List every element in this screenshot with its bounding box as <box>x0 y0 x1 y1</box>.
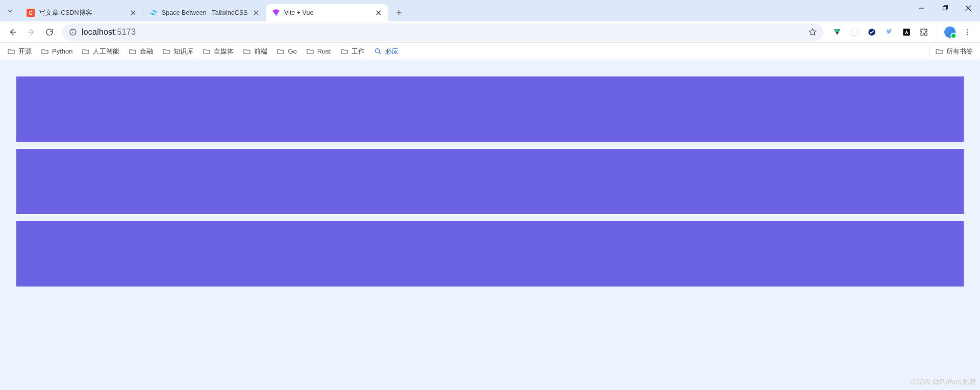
bookmark-label: Go <box>288 47 296 55</box>
folder-icon <box>41 47 49 56</box>
folder-icon <box>7 47 15 56</box>
bookmark-label: 工作 <box>351 47 365 56</box>
browser-tab-active[interactable]: Vite + Vue <box>266 4 388 21</box>
kebab-icon <box>963 28 971 36</box>
star-icon <box>808 28 817 37</box>
bookmark-folder[interactable]: 工作 <box>340 47 365 56</box>
bookmark-label: 知识库 <box>173 47 193 56</box>
folder-icon <box>162 47 170 56</box>
folder-icon <box>340 47 348 56</box>
extension-generic-icon[interactable] <box>849 27 860 38</box>
browser-menu-button[interactable] <box>962 27 973 38</box>
tailwind-favicon-icon <box>149 9 158 17</box>
tab-search-button[interactable] <box>3 4 17 18</box>
toolbar-separator <box>937 27 937 37</box>
csdn-favicon-icon: C <box>27 9 35 17</box>
bookmark-folder[interactable]: 知识库 <box>162 47 193 56</box>
content-block <box>16 76 964 142</box>
vite-favicon-icon <box>272 9 280 17</box>
bookmark-label: 人工智能 <box>93 47 119 56</box>
svg-rect-5 <box>903 29 910 36</box>
bookmark-folder[interactable]: 前端 <box>243 47 267 56</box>
bookmarks-separator <box>929 46 930 57</box>
bookmark-label: Rust <box>317 47 331 55</box>
close-icon <box>965 5 971 11</box>
extension-bird-icon[interactable] <box>884 27 895 38</box>
close-icon <box>376 10 381 15</box>
browser-tab[interactable]: C 写文章-CSDN博客 <box>20 4 143 21</box>
close-window-button[interactable] <box>957 0 980 16</box>
bookmark-folder[interactable]: 自媒体 <box>203 47 234 56</box>
bookmark-folder[interactable]: 人工智能 <box>82 47 119 56</box>
minimize-icon <box>918 5 924 11</box>
bookmark-folder[interactable]: 金融 <box>129 47 153 56</box>
plus-icon <box>395 9 403 16</box>
address-bar[interactable]: localhost:5173 <box>62 23 823 41</box>
url-text: localhost:5173 <box>82 28 807 37</box>
new-tab-button[interactable] <box>391 5 407 20</box>
restore-icon <box>942 5 948 11</box>
tab-title: Space Between - TailwindCSS <box>162 9 252 16</box>
bookmark-folder[interactable]: 开源 <box>7 47 32 56</box>
bookmark-link-bing[interactable]: 必应 <box>374 47 398 56</box>
folder-icon <box>203 47 211 56</box>
bookmark-folder[interactable]: Go <box>277 47 296 56</box>
folder-icon <box>935 47 943 56</box>
bookmark-label: 自媒体 <box>214 47 234 56</box>
bookmark-label: 开源 <box>18 47 32 56</box>
tab-title: Vite + Vue <box>284 9 374 16</box>
bookmark-label: 前端 <box>254 47 267 56</box>
maximize-button[interactable] <box>933 0 957 16</box>
folder-icon <box>243 47 251 56</box>
bookmark-folder[interactable]: Python <box>41 47 72 56</box>
extension-dark-icon[interactable] <box>901 27 912 38</box>
svg-point-9 <box>375 48 379 53</box>
svg-point-8 <box>967 34 968 35</box>
extensions-area <box>827 27 977 38</box>
info-icon <box>69 28 77 36</box>
extension-badge-icon[interactable] <box>866 27 877 38</box>
url-host: localhost <box>82 28 115 36</box>
forward-button[interactable] <box>22 23 40 41</box>
site-info-button[interactable] <box>67 27 79 38</box>
svg-point-7 <box>967 31 968 32</box>
all-bookmarks-label: 所有书签 <box>946 47 973 56</box>
url-port: :5173 <box>115 28 136 36</box>
bookmark-label: Python <box>52 47 72 55</box>
tab-close-button[interactable] <box>374 8 383 17</box>
folder-icon <box>82 47 90 56</box>
reload-icon <box>45 28 54 37</box>
window-controls <box>910 0 980 21</box>
bookmarks-bar: 开源 Python 人工智能 金融 知识库 自媒体 前端 Go Rust 工作 … <box>0 43 980 60</box>
content-block <box>16 221 964 287</box>
browser-tab[interactable]: Space Between - TailwindCSS <box>143 4 266 21</box>
folder-icon <box>306 47 314 56</box>
arrow-right-icon <box>27 28 36 37</box>
window-titlebar: C 写文章-CSDN博客 Space Between - TailwindCSS… <box>0 0 980 21</box>
svg-rect-0 <box>943 7 947 10</box>
folder-icon <box>277 47 285 56</box>
svg-point-2 <box>72 30 73 31</box>
tab-close-button[interactable] <box>129 8 138 17</box>
page-viewport <box>0 60 980 390</box>
extensions-puzzle-button[interactable] <box>918 27 929 38</box>
reload-button[interactable] <box>41 23 58 41</box>
bookmark-label: 必应 <box>385 47 398 56</box>
puzzle-icon <box>919 28 928 37</box>
back-button[interactable] <box>4 23 21 41</box>
bookmarks-right: 所有书签 <box>929 46 973 57</box>
browser-toolbar: localhost:5173 <box>0 21 980 43</box>
search-icon <box>374 47 382 56</box>
arrow-left-icon <box>8 28 17 37</box>
watermark-text: CSDN @Python私教 <box>910 378 976 387</box>
extension-vue-icon[interactable] <box>832 27 843 38</box>
profile-avatar[interactable] <box>944 27 956 38</box>
svg-rect-3 <box>851 29 858 36</box>
minimize-button[interactable] <box>910 0 933 16</box>
folder-icon <box>129 47 137 56</box>
tab-close-button[interactable] <box>252 8 261 17</box>
all-bookmarks-button[interactable]: 所有书签 <box>935 47 973 56</box>
bookmark-star-button[interactable] <box>807 27 818 38</box>
svg-point-6 <box>967 29 968 30</box>
bookmark-folder[interactable]: Rust <box>306 47 331 56</box>
